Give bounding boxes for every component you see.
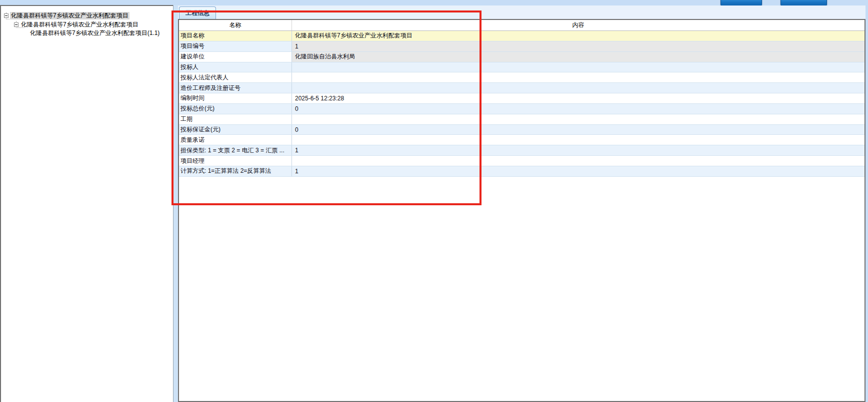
table-header-row: 名称 内容	[179, 20, 864, 31]
table-row[interactable]: 质量承诺	[179, 135, 864, 145]
table-row[interactable]: 投标人法定代表人	[179, 72, 864, 83]
info-table-body: 项目名称化隆县群科镇等7乡镇农业产业水利配套项目项目编号1建设单位化隆回族自治县…	[179, 31, 864, 177]
row-name-cell[interactable]: 投标人法定代表人	[179, 72, 292, 82]
tree-node[interactable]: 化隆县群科镇等7乡镇农业产业水利配套项目	[14, 20, 140, 29]
row-name-cell[interactable]: 投标保证金(元)	[179, 125, 292, 135]
app-window: 化隆县群科镇等7乡镇农业产业水利配套项目化隆县群科镇等7乡镇农业产业水利配套项目…	[0, 0, 868, 402]
tree-node[interactable]: 化隆县群科镇等7乡镇农业产业水利配套项目(1.1)	[29, 29, 160, 37]
row-value-cell[interactable]: 0	[292, 125, 864, 135]
detail-panel: 工程信息 名称 内容 项目名称化隆县群科镇等7乡镇农业产业水利配套项目项目编号1…	[178, 5, 866, 402]
table-row[interactable]: 投标保证金(元)0	[179, 125, 864, 135]
row-name-cell[interactable]: 建设单位	[179, 52, 292, 62]
row-value-cell[interactable]	[292, 72, 864, 82]
tree-node-label[interactable]: 化隆县群科镇等7乡镇农业产业水利配套项目(1.1)	[29, 29, 160, 37]
tree-collapse-icon[interactable]	[4, 13, 8, 18]
row-value-cell[interactable]: 化隆回族自治县水利局	[292, 52, 864, 62]
panel-splitter[interactable]	[173, 5, 178, 402]
table-row[interactable]: 计算方式: 1=正算算法 2=反算算法1	[179, 166, 864, 177]
table-row[interactable]: 投标总价(元)0	[179, 104, 864, 114]
row-value-cell[interactable]: 1	[292, 166, 864, 176]
table-row[interactable]: 工期	[179, 114, 864, 125]
tree-node-label[interactable]: 化隆县群科镇等7乡镇农业产业水利配套项目	[20, 21, 140, 28]
row-name-cell[interactable]: 投标总价(元)	[179, 104, 292, 114]
table-row[interactable]: 担保类型: 1 = 支票 2 = 电汇 3 = 汇票 ...1	[179, 145, 864, 156]
row-value-cell[interactable]: 1	[292, 145, 864, 155]
project-info-table: 名称 内容 项目名称化隆县群科镇等7乡镇农业产业水利配套项目项目编号1建设单位化…	[178, 19, 866, 402]
row-value-cell[interactable]	[292, 135, 864, 145]
row-name-cell[interactable]: 质量承诺	[179, 135, 292, 145]
tab-strip: 工程信息	[178, 5, 866, 19]
row-value-cell[interactable]	[292, 62, 864, 72]
row-value-cell[interactable]: 0	[292, 104, 864, 114]
row-name-cell[interactable]: 工期	[179, 114, 292, 124]
row-value-cell[interactable]	[292, 114, 864, 124]
row-value-cell[interactable]: 化隆县群科镇等7乡镇农业产业水利配套项目	[292, 31, 864, 41]
row-name-cell[interactable]: 造价工程师及注册证号	[179, 83, 292, 93]
row-value-cell[interactable]: 1	[292, 41, 864, 51]
table-row[interactable]: 编制时间2025-6-5 12:23:28	[179, 93, 864, 104]
table-row[interactable]: 造价工程师及注册证号	[179, 83, 864, 93]
row-value-cell[interactable]	[292, 156, 864, 166]
project-tree-panel: 化隆县群科镇等7乡镇农业产业水利配套项目化隆县群科镇等7乡镇农业产业水利配套项目…	[0, 5, 173, 402]
tree-collapse-icon[interactable]	[14, 22, 18, 27]
tab-project-info[interactable]: 工程信息	[179, 6, 216, 19]
table-row[interactable]: 建设单位化隆回族自治县水利局	[179, 52, 864, 62]
row-value-cell[interactable]	[292, 83, 864, 93]
table-row[interactable]: 项目经理	[179, 156, 864, 166]
row-value-cell[interactable]: 2025-6-5 12:23:28	[292, 93, 864, 103]
row-name-cell[interactable]: 担保类型: 1 = 支票 2 = 电汇 3 = 汇票 ...	[179, 145, 292, 155]
tree-node-label[interactable]: 化隆县群科镇等7乡镇农业产业水利配套项目	[10, 12, 130, 19]
row-name-cell[interactable]: 投标人	[179, 62, 292, 72]
table-row[interactable]: 项目名称化隆县群科镇等7乡镇农业产业水利配套项目	[179, 31, 864, 41]
header-name-column[interactable]: 名称	[179, 20, 292, 30]
row-name-cell[interactable]: 编制时间	[179, 93, 292, 103]
table-row[interactable]: 项目编号1	[179, 41, 864, 52]
row-name-cell[interactable]: 项目经理	[179, 156, 292, 166]
row-name-cell[interactable]: 计算方式: 1=正算算法 2=反算算法	[179, 166, 292, 176]
header-content-column[interactable]: 内容	[292, 20, 864, 30]
tree-node[interactable]: 化隆县群科镇等7乡镇农业产业水利配套项目	[4, 11, 130, 20]
row-name-cell[interactable]: 项目编号	[179, 41, 292, 51]
row-name-cell[interactable]: 项目名称	[179, 31, 292, 41]
table-row[interactable]: 投标人	[179, 62, 864, 73]
